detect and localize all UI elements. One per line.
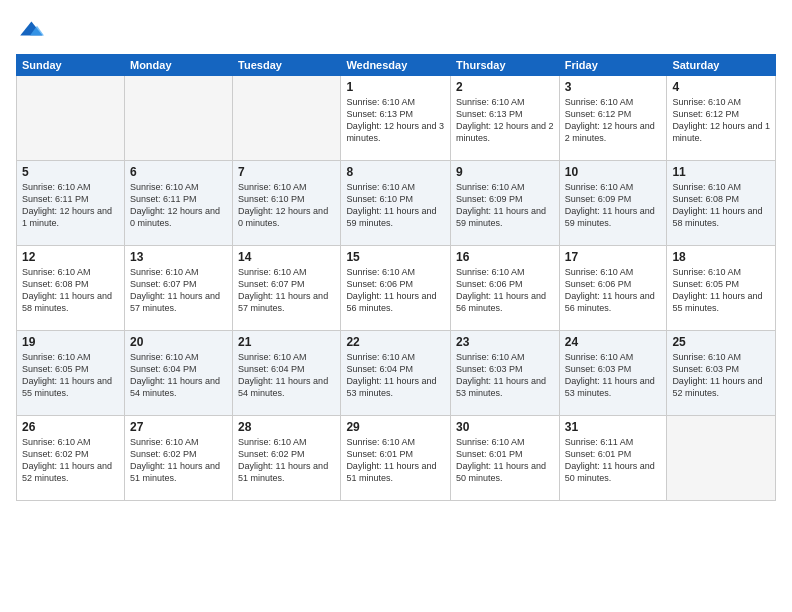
calendar-day-13: 13Sunrise: 6:10 AM Sunset: 6:07 PM Dayli… (124, 246, 232, 331)
calendar-day-30: 30Sunrise: 6:10 AM Sunset: 6:01 PM Dayli… (451, 416, 560, 501)
calendar-week-row: 5Sunrise: 6:10 AM Sunset: 6:11 PM Daylig… (17, 161, 776, 246)
day-info: Sunrise: 6:10 AM Sunset: 6:09 PM Dayligh… (456, 181, 554, 230)
day-number: 3 (565, 80, 662, 94)
calendar-day-empty (233, 76, 341, 161)
day-number: 6 (130, 165, 227, 179)
day-info: Sunrise: 6:10 AM Sunset: 6:12 PM Dayligh… (565, 96, 662, 145)
calendar-day-1: 1Sunrise: 6:10 AM Sunset: 6:13 PM Daylig… (341, 76, 451, 161)
day-info: Sunrise: 6:10 AM Sunset: 6:12 PM Dayligh… (672, 96, 770, 145)
calendar-day-7: 7Sunrise: 6:10 AM Sunset: 6:10 PM Daylig… (233, 161, 341, 246)
calendar-day-4: 4Sunrise: 6:10 AM Sunset: 6:12 PM Daylig… (667, 76, 776, 161)
calendar-day-19: 19Sunrise: 6:10 AM Sunset: 6:05 PM Dayli… (17, 331, 125, 416)
calendar-day-15: 15Sunrise: 6:10 AM Sunset: 6:06 PM Dayli… (341, 246, 451, 331)
day-info: Sunrise: 6:10 AM Sunset: 6:07 PM Dayligh… (238, 266, 335, 315)
day-number: 30 (456, 420, 554, 434)
column-header-saturday: Saturday (667, 55, 776, 76)
day-info: Sunrise: 6:10 AM Sunset: 6:07 PM Dayligh… (130, 266, 227, 315)
calendar-day-20: 20Sunrise: 6:10 AM Sunset: 6:04 PM Dayli… (124, 331, 232, 416)
day-number: 22 (346, 335, 445, 349)
calendar-day-18: 18Sunrise: 6:10 AM Sunset: 6:05 PM Dayli… (667, 246, 776, 331)
day-info: Sunrise: 6:10 AM Sunset: 6:03 PM Dayligh… (565, 351, 662, 400)
day-info: Sunrise: 6:10 AM Sunset: 6:09 PM Dayligh… (565, 181, 662, 230)
day-info: Sunrise: 6:10 AM Sunset: 6:04 PM Dayligh… (130, 351, 227, 400)
day-number: 13 (130, 250, 227, 264)
day-number: 31 (565, 420, 662, 434)
calendar-day-24: 24Sunrise: 6:10 AM Sunset: 6:03 PM Dayli… (559, 331, 667, 416)
day-number: 4 (672, 80, 770, 94)
calendar-day-11: 11Sunrise: 6:10 AM Sunset: 6:08 PM Dayli… (667, 161, 776, 246)
day-info: Sunrise: 6:10 AM Sunset: 6:08 PM Dayligh… (672, 181, 770, 230)
day-number: 26 (22, 420, 119, 434)
calendar-day-21: 21Sunrise: 6:10 AM Sunset: 6:04 PM Dayli… (233, 331, 341, 416)
day-number: 12 (22, 250, 119, 264)
calendar-day-27: 27Sunrise: 6:10 AM Sunset: 6:02 PM Dayli… (124, 416, 232, 501)
day-number: 16 (456, 250, 554, 264)
logo (16, 16, 48, 44)
day-number: 2 (456, 80, 554, 94)
day-number: 21 (238, 335, 335, 349)
calendar-day-9: 9Sunrise: 6:10 AM Sunset: 6:09 PM Daylig… (451, 161, 560, 246)
column-header-monday: Monday (124, 55, 232, 76)
day-number: 15 (346, 250, 445, 264)
day-info: Sunrise: 6:10 AM Sunset: 6:11 PM Dayligh… (130, 181, 227, 230)
day-info: Sunrise: 6:10 AM Sunset: 6:13 PM Dayligh… (456, 96, 554, 145)
calendar-week-row: 19Sunrise: 6:10 AM Sunset: 6:05 PM Dayli… (17, 331, 776, 416)
column-header-sunday: Sunday (17, 55, 125, 76)
calendar-day-23: 23Sunrise: 6:10 AM Sunset: 6:03 PM Dayli… (451, 331, 560, 416)
calendar-day-3: 3Sunrise: 6:10 AM Sunset: 6:12 PM Daylig… (559, 76, 667, 161)
day-number: 14 (238, 250, 335, 264)
day-info: Sunrise: 6:10 AM Sunset: 6:06 PM Dayligh… (456, 266, 554, 315)
day-info: Sunrise: 6:10 AM Sunset: 6:01 PM Dayligh… (346, 436, 445, 485)
column-header-tuesday: Tuesday (233, 55, 341, 76)
day-number: 9 (456, 165, 554, 179)
calendar-day-empty (124, 76, 232, 161)
day-info: Sunrise: 6:10 AM Sunset: 6:03 PM Dayligh… (456, 351, 554, 400)
day-info: Sunrise: 6:10 AM Sunset: 6:04 PM Dayligh… (346, 351, 445, 400)
day-number: 19 (22, 335, 119, 349)
calendar-week-row: 1Sunrise: 6:10 AM Sunset: 6:13 PM Daylig… (17, 76, 776, 161)
day-number: 29 (346, 420, 445, 434)
day-number: 10 (565, 165, 662, 179)
calendar-day-16: 16Sunrise: 6:10 AM Sunset: 6:06 PM Dayli… (451, 246, 560, 331)
day-number: 23 (456, 335, 554, 349)
day-info: Sunrise: 6:10 AM Sunset: 6:02 PM Dayligh… (238, 436, 335, 485)
day-info: Sunrise: 6:11 AM Sunset: 6:01 PM Dayligh… (565, 436, 662, 485)
day-number: 18 (672, 250, 770, 264)
calendar-table: SundayMondayTuesdayWednesdayThursdayFrid… (16, 54, 776, 501)
calendar-day-29: 29Sunrise: 6:10 AM Sunset: 6:01 PM Dayli… (341, 416, 451, 501)
day-info: Sunrise: 6:10 AM Sunset: 6:06 PM Dayligh… (346, 266, 445, 315)
day-number: 24 (565, 335, 662, 349)
calendar-day-28: 28Sunrise: 6:10 AM Sunset: 6:02 PM Dayli… (233, 416, 341, 501)
calendar-day-31: 31Sunrise: 6:11 AM Sunset: 6:01 PM Dayli… (559, 416, 667, 501)
calendar-day-8: 8Sunrise: 6:10 AM Sunset: 6:10 PM Daylig… (341, 161, 451, 246)
day-info: Sunrise: 6:10 AM Sunset: 6:03 PM Dayligh… (672, 351, 770, 400)
day-info: Sunrise: 6:10 AM Sunset: 6:06 PM Dayligh… (565, 266, 662, 315)
calendar-day-14: 14Sunrise: 6:10 AM Sunset: 6:07 PM Dayli… (233, 246, 341, 331)
calendar-week-row: 26Sunrise: 6:10 AM Sunset: 6:02 PM Dayli… (17, 416, 776, 501)
calendar-day-17: 17Sunrise: 6:10 AM Sunset: 6:06 PM Dayli… (559, 246, 667, 331)
day-number: 7 (238, 165, 335, 179)
logo-icon (16, 16, 44, 44)
day-info: Sunrise: 6:10 AM Sunset: 6:01 PM Dayligh… (456, 436, 554, 485)
day-number: 5 (22, 165, 119, 179)
day-info: Sunrise: 6:10 AM Sunset: 6:13 PM Dayligh… (346, 96, 445, 145)
calendar-header-row: SundayMondayTuesdayWednesdayThursdayFrid… (17, 55, 776, 76)
calendar-day-25: 25Sunrise: 6:10 AM Sunset: 6:03 PM Dayli… (667, 331, 776, 416)
day-number: 11 (672, 165, 770, 179)
column-header-wednesday: Wednesday (341, 55, 451, 76)
calendar-day-5: 5Sunrise: 6:10 AM Sunset: 6:11 PM Daylig… (17, 161, 125, 246)
day-number: 27 (130, 420, 227, 434)
calendar-day-empty (667, 416, 776, 501)
calendar-week-row: 12Sunrise: 6:10 AM Sunset: 6:08 PM Dayli… (17, 246, 776, 331)
day-info: Sunrise: 6:10 AM Sunset: 6:10 PM Dayligh… (346, 181, 445, 230)
calendar-day-6: 6Sunrise: 6:10 AM Sunset: 6:11 PM Daylig… (124, 161, 232, 246)
day-number: 8 (346, 165, 445, 179)
day-number: 17 (565, 250, 662, 264)
day-info: Sunrise: 6:10 AM Sunset: 6:10 PM Dayligh… (238, 181, 335, 230)
day-number: 20 (130, 335, 227, 349)
day-number: 1 (346, 80, 445, 94)
calendar-day-2: 2Sunrise: 6:10 AM Sunset: 6:13 PM Daylig… (451, 76, 560, 161)
calendar-day-10: 10Sunrise: 6:10 AM Sunset: 6:09 PM Dayli… (559, 161, 667, 246)
column-header-friday: Friday (559, 55, 667, 76)
day-info: Sunrise: 6:10 AM Sunset: 6:02 PM Dayligh… (130, 436, 227, 485)
